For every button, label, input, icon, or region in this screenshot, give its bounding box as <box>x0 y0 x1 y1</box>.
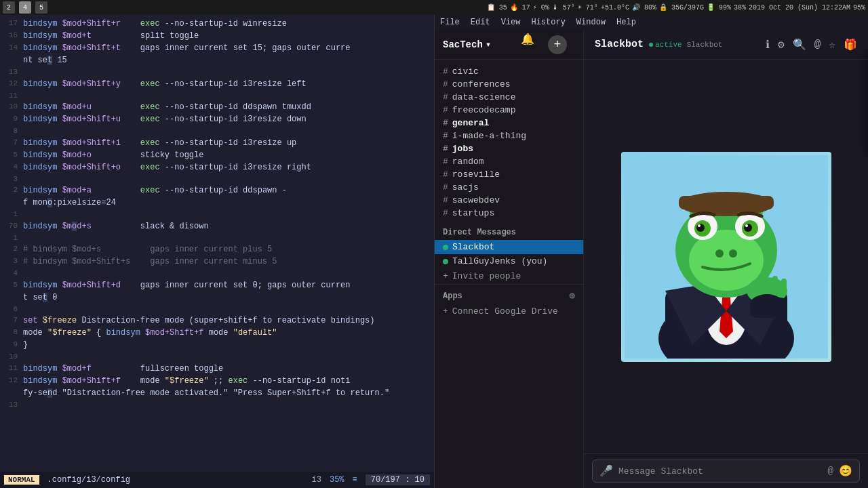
code-line: t set 0 <box>0 291 434 304</box>
channel-conferences[interactable]: # conferences <box>435 78 583 91</box>
menu-history[interactable]: History <box>531 18 565 27</box>
star-icon[interactable]: ☆ <box>829 38 835 52</box>
channel-startups[interactable]: # startups <box>435 207 583 220</box>
workspace-name[interactable]: SacTech ▾ <box>443 39 491 50</box>
apps-add-icon[interactable]: ⊕ <box>570 290 575 302</box>
bell-icon[interactable]: 🔔 <box>521 33 534 57</box>
slack-body: SacTech ▾ 🔔 + # civic # confe <box>435 30 868 488</box>
workspace-chevron: ▾ <box>486 39 491 50</box>
code-line: 12 bindsym $mod+Shift+f mode "$freeze" ;… <box>0 375 434 387</box>
code-line: 7 bindsym $mod+Shift+i exec --no-startup… <box>0 137 434 149</box>
svg-point-17 <box>744 224 752 232</box>
info-icon[interactable]: ℹ <box>766 38 770 52</box>
settings-icon[interactable]: ⚙ <box>778 38 785 52</box>
message-area <box>584 60 868 453</box>
code-line: 11 <box>0 90 434 102</box>
menu-view[interactable]: View <box>501 18 521 27</box>
channel-jobs[interactable]: # jobs <box>435 142 583 155</box>
invite-people-button[interactable]: + Invite people <box>435 268 583 284</box>
channel-data-science[interactable]: # data-science <box>435 91 583 104</box>
menu-window[interactable]: Window <box>576 18 606 27</box>
sys-windows: 📋 35 <box>487 3 507 12</box>
code-line: 10 <box>0 351 434 363</box>
workspace-5[interactable]: 5 <box>35 1 47 14</box>
sidebar-header: SacTech ▾ 🔔 + <box>435 30 583 60</box>
sys-cpu: ⚡ 0% <box>533 3 549 12</box>
system-status: 📋 35 🔥 17 ⚡ 0% 🌡 57° ☀ 71° +51.0°C 🔊 80%… <box>487 3 865 12</box>
search-icon[interactable]: 🔍 <box>793 38 806 52</box>
channel-general[interactable]: # general <box>435 117 583 129</box>
code-line: f mono:pixelsize=24 <box>0 197 434 209</box>
apps-section: Apps ⊕ + Connect Google Drive <box>435 284 583 324</box>
workspace-switcher[interactable]: 2 4 5 <box>3 1 47 14</box>
code-area: 17 bindsym $mod+Shift+r exec --no-startu… <box>0 15 434 472</box>
main-content: 17 bindsym $mod+Shift+r exec --no-startu… <box>0 15 868 488</box>
menu-help[interactable]: Help <box>616 18 636 27</box>
dm-slackbot[interactable]: Slackbot <box>435 240 583 254</box>
emoji-icon[interactable]: 😊 <box>839 464 852 478</box>
workspace-4[interactable]: 4 <box>19 1 31 14</box>
channel-civic[interactable]: # civic <box>435 65 583 78</box>
status-scroll-percent: 35% <box>330 475 344 485</box>
sys-brightness: 38% <box>734 4 746 12</box>
channel-roseville[interactable]: # roseville <box>435 168 583 181</box>
message-input-box: 🎤 Message Slackbot @ 😊 <box>592 460 860 483</box>
slackbot-sub-label: Slackbot <box>687 41 723 49</box>
sidebar-icons: 🔔 + <box>521 33 575 57</box>
code-line: 6 <box>0 304 434 315</box>
code-line: 9 } <box>0 339 434 351</box>
channel-sacjs[interactable]: # sacjs <box>435 181 583 194</box>
status-filename: .config/i3/config <box>47 475 130 485</box>
add-channel-button[interactable]: + <box>548 35 567 54</box>
vim-mode-badge: NORMAL <box>4 475 39 485</box>
code-line: nt set 15 <box>0 54 434 66</box>
gift-icon[interactable]: 🎁 <box>844 38 857 52</box>
sys-temp2: +51.0°C <box>601 4 629 12</box>
code-line: 13 <box>0 66 434 78</box>
active-dot <box>649 43 653 47</box>
svg-point-19 <box>745 224 748 227</box>
channel-i-made-a-thing[interactable]: # i-made-a-thing <box>435 129 583 142</box>
message-input[interactable]: Message Slackbot <box>618 466 823 476</box>
svg-point-21 <box>729 249 737 258</box>
code-line: 10 bindsym $mod+u exec --no-startup-id d… <box>0 101 434 113</box>
at-mention-icon[interactable]: @ <box>828 466 833 476</box>
workspace-2[interactable]: 2 <box>3 1 15 14</box>
sys-storage: 🔒 35G/397G <box>659 3 704 12</box>
code-line: 8 <box>0 125 434 137</box>
slack-menu-bar: File Edit View History Window Help <box>435 15 868 30</box>
status-bar: NORMAL .config/i3/config i3 35% ≡ 70/197… <box>0 472 434 488</box>
code-line: 13 <box>0 399 434 411</box>
svg-point-18 <box>698 224 701 227</box>
online-indicator <box>443 245 448 250</box>
message-input-area: 🎤 Message Slackbot @ 😊 <box>584 453 868 488</box>
menu-file[interactable]: File <box>440 18 460 27</box>
status-filetype: i3 <box>312 475 321 485</box>
svg-rect-26 <box>755 280 760 295</box>
channel-header-icons: ℹ ⚙ 🔍 @ ☆ 🎁 <box>766 38 857 52</box>
svg-rect-30 <box>679 196 774 209</box>
menu-edit[interactable]: Edit <box>471 18 490 27</box>
channel-random[interactable]: # random <box>435 155 583 168</box>
active-badge: active Slackbot <box>649 41 722 49</box>
sys-sun: ☀ 71° <box>578 3 598 12</box>
code-line: 4 <box>0 268 434 279</box>
code-line: 9 bindsym $mod+Shift+u exec --no-startup… <box>0 113 434 125</box>
direct-messages-section-header: Direct Messages <box>435 220 583 240</box>
code-line: 70 bindsym $mod+s slack & disown <box>0 220 434 232</box>
microphone-icon[interactable]: 🎤 <box>599 464 613 478</box>
code-line: 3 # bindsym $mod+Shift+s gaps inner curr… <box>0 256 434 268</box>
code-editor: 17 bindsym $mod+Shift+r exec --no-startu… <box>0 15 434 488</box>
code-line: 3 <box>0 174 434 185</box>
connect-google-drive-button[interactable]: + Connect Google Drive <box>443 304 575 319</box>
slack-app: slack File Edit View History Window Help… <box>434 15 868 488</box>
svg-point-16 <box>696 224 705 232</box>
code-line: fy-send "Distraction-free mode activated… <box>0 387 434 399</box>
svg-point-20 <box>715 249 724 258</box>
code-line: 8 mode "$freeze" { bindsym $mod+Shift+f … <box>0 327 434 339</box>
at-icon[interactable]: @ <box>814 39 821 51</box>
svg-rect-24 <box>772 276 778 295</box>
channel-freecodecamp[interactable]: # freecodecamp <box>435 104 583 117</box>
dm-tallguyjenks[interactable]: TallGuyJenks (you) <box>435 254 583 268</box>
channel-sacwebdev[interactable]: # sacwebdev <box>435 194 583 207</box>
